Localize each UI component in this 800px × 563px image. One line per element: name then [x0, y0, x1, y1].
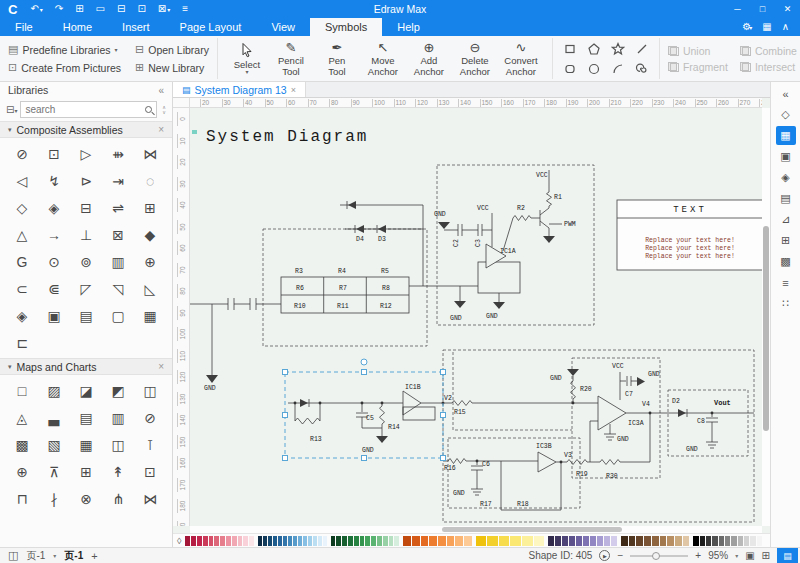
picture-panel-icon[interactable]: ▣	[776, 147, 796, 166]
settings-gear-icon[interactable]: ⚙▾	[737, 18, 757, 37]
cell-a-symbol[interactable]: ▤	[70, 302, 102, 329]
color-swatch[interactable]	[258, 536, 262, 546]
coupler-symbol[interactable]: ⇌	[102, 194, 134, 221]
pole-arrow-symbol[interactable]: ↟	[102, 458, 134, 485]
color-swatch[interactable]	[590, 536, 596, 546]
close-button[interactable]: ✕	[775, 0, 800, 18]
amplifier-symbol[interactable]: ▷	[70, 140, 102, 167]
horizontal-scrollbar[interactable]	[190, 526, 762, 533]
rotate-handle[interactable]	[361, 359, 367, 365]
search-input[interactable]	[25, 104, 145, 115]
color-swatch[interactable]	[719, 536, 724, 546]
diamond-unit-symbol[interactable]: ◇	[6, 194, 38, 221]
color-swatch[interactable]	[429, 536, 437, 546]
color-swatch[interactable]	[611, 536, 617, 546]
collapse-sidebar-icon[interactable]: «	[158, 85, 164, 96]
pole-square-symbol[interactable]: ⊡	[134, 458, 166, 485]
hatched-area-symbol[interactable]: ▨	[38, 377, 70, 404]
dual-amplifier-symbol[interactable]: ⇻	[102, 140, 134, 167]
attenuator-symbol[interactable]: ⋈	[134, 140, 166, 167]
text-annotation-box[interactable]: TEXT Replace your text here!Replace your…	[617, 200, 762, 270]
color-swatch[interactable]	[313, 536, 317, 546]
close-section-icon[interactable]: ×	[158, 361, 164, 372]
cross-hatch-symbol[interactable]: ▩	[6, 431, 38, 458]
delete-anchor-button[interactable]: ⊖DeleteAnchor	[452, 41, 498, 76]
striped-square-symbol[interactable]: ▥	[102, 404, 134, 431]
add-page-button[interactable]: +	[91, 550, 97, 562]
color-swatch[interactable]	[700, 536, 705, 546]
relay-box-symbol[interactable]: ⊠	[102, 221, 134, 248]
save-button-icon[interactable]: ⊟	[111, 0, 131, 19]
color-swatch[interactable]	[226, 536, 231, 546]
zoom-slider[interactable]	[630, 555, 688, 557]
undo-button-icon[interactable]: ↶▾	[24, 0, 48, 19]
color-swatch[interactable]	[499, 536, 510, 546]
diag-hatch-symbol[interactable]: ▧	[38, 431, 70, 458]
pole-mount-symbol[interactable]: ⊺	[134, 431, 166, 458]
color-swatch[interactable]	[383, 536, 388, 546]
tab-page-layout[interactable]: Page Layout	[165, 18, 257, 36]
plot-square-symbol[interactable]: □	[6, 377, 38, 404]
spiral-shape-button[interactable]	[633, 60, 651, 78]
boxed-coupler-symbol[interactable]: ⊞	[134, 194, 166, 221]
color-swatch[interactable]	[318, 536, 322, 546]
pole-table-symbol[interactable]: ⊼	[38, 458, 70, 485]
cell-c-symbol[interactable]: ▦	[134, 302, 166, 329]
color-swatch[interactable]	[394, 536, 399, 546]
color-swatch[interactable]	[576, 536, 582, 546]
fullscreen-icon[interactable]: ▣	[745, 550, 754, 561]
tab-symbols[interactable]: Symbols	[310, 18, 382, 36]
color-swatch[interactable]	[185, 536, 190, 546]
color-swatch[interactable]	[744, 536, 749, 546]
color-swatch[interactable]	[278, 536, 282, 546]
minimize-button[interactable]: ─	[725, 0, 750, 18]
rectangle-shape-button[interactable]	[561, 40, 579, 58]
color-swatch[interactable]	[487, 536, 498, 546]
color-swatch[interactable]	[706, 536, 711, 546]
active-page-tab[interactable]: 页-1	[64, 549, 83, 563]
color-swatch[interactable]	[644, 536, 651, 546]
inverter-symbol[interactable]: ◺	[134, 275, 166, 302]
color-swatch[interactable]	[712, 536, 717, 546]
color-swatch[interactable]	[209, 536, 214, 546]
boxed-driver-symbol[interactable]: ⊟	[70, 194, 102, 221]
page-list-label[interactable]: 页-1	[26, 549, 45, 563]
convert-anchor-button[interactable]: ∿ConvertAnchor	[498, 41, 544, 76]
crossing-symbol[interactable]: ⋈	[134, 485, 166, 512]
color-swatch[interactable]	[738, 536, 743, 546]
color-swatch[interactable]	[197, 536, 202, 546]
cartridge-symbol[interactable]: ⊂	[6, 275, 38, 302]
collapse-panel-icon[interactable]: «	[776, 84, 796, 103]
diamond-small-symbol[interactable]: ◆	[134, 221, 166, 248]
color-swatch[interactable]	[336, 536, 341, 546]
library-source-icon[interactable]: ⊟▾	[6, 104, 17, 115]
color-swatch[interactable]	[238, 536, 243, 546]
color-swatch[interactable]	[621, 536, 628, 546]
zoom-out-button[interactable]: −	[617, 550, 623, 561]
color-swatch[interactable]	[232, 536, 237, 546]
color-swatch[interactable]	[569, 536, 575, 546]
transformer-symbol[interactable]: ▥	[102, 248, 134, 275]
select-tool-button[interactable]: Select ▾	[226, 42, 268, 76]
horn-unit-symbol[interactable]: ◁	[6, 167, 38, 194]
zoom-level-value[interactable]: 95%	[708, 550, 728, 561]
stack-unit-symbol[interactable]: ⊏	[6, 329, 38, 356]
color-swatch[interactable]	[604, 536, 610, 546]
banded-square-symbol[interactable]: ▤	[70, 404, 102, 431]
tab-help[interactable]: Help	[382, 18, 435, 36]
converter-symbol[interactable]: ◹	[102, 275, 134, 302]
color-swatch[interactable]	[273, 536, 277, 546]
color-swatch[interactable]	[283, 536, 287, 546]
search-box[interactable]	[20, 101, 157, 118]
color-swatch[interactable]	[447, 536, 455, 546]
page-overview-icon[interactable]: ◫	[8, 549, 18, 562]
print-button-icon[interactable]: ⊡	[131, 0, 151, 19]
half-shade-symbol[interactable]: ▃	[38, 404, 70, 431]
xy-unit-symbol[interactable]: ▣	[38, 302, 70, 329]
triangle-device-symbol[interactable]: △	[6, 221, 38, 248]
section-header-maps-and-charts[interactable]: ▾Maps and Charts×	[0, 358, 172, 375]
pentagon-shape-button[interactable]	[585, 40, 603, 58]
color-swatch[interactable]	[365, 536, 370, 546]
color-swatch[interactable]	[298, 536, 302, 546]
color-swatch[interactable]	[455, 536, 463, 546]
